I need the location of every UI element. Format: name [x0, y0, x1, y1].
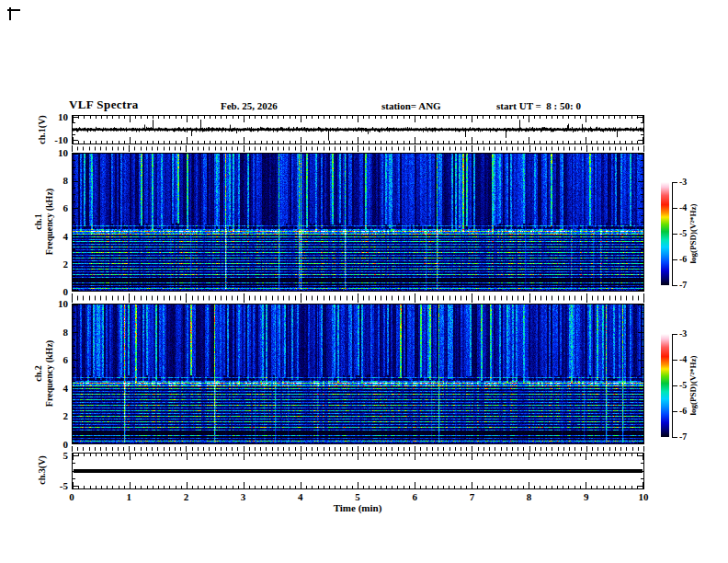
y-tick-label: -5: [37, 480, 68, 491]
ch1-channel-label: ch.1: [33, 189, 44, 255]
x-tick-label: 5: [355, 491, 360, 502]
x-tick-label: 8: [527, 491, 532, 502]
y-tick-label: 6: [37, 202, 68, 213]
colorbar-tick-label: -6: [679, 254, 687, 264]
y-tick-label: 10: [37, 111, 68, 122]
x-tick-label: 4: [298, 491, 303, 502]
ch3-waveform-plot: [73, 454, 643, 488]
colorbar-tick: [672, 259, 677, 260]
y-tick-label: 0: [37, 286, 68, 297]
y-tick-label: 2: [37, 259, 68, 270]
y-tick-label: 4: [37, 231, 68, 242]
page-title: VLF Spectra: [69, 98, 139, 112]
x-axis-label: Time (min): [334, 502, 382, 513]
y-tick-label: 8: [37, 327, 68, 338]
colorbar-tick: [672, 360, 677, 361]
y-tick-label: 10: [37, 147, 68, 158]
time-tick-strip: [72, 446, 644, 452]
colorbar-ch1: [661, 182, 669, 285]
colorbar-tick: [672, 385, 677, 386]
ch1-spectrogram: [73, 154, 643, 291]
colorbar-tick: [672, 437, 677, 438]
colorbar-tick: [672, 208, 677, 209]
x-tick-label: 7: [470, 491, 475, 502]
x-tick-label: 6: [412, 491, 417, 502]
header-date: Feb. 25, 2026: [221, 100, 278, 111]
ch1-frequency-axis-text: Frequency (kHz): [43, 189, 54, 255]
ch1-waveform-plot: [73, 116, 643, 144]
colorbar-tick: [672, 182, 677, 183]
x-tick-label: 2: [184, 491, 189, 502]
colorbar-tick-label: -3: [679, 328, 687, 339]
x-tick-label: 0: [69, 491, 74, 502]
x-tick-label: 9: [584, 491, 589, 502]
colorbar-tick-label: -7: [679, 431, 687, 442]
ch1-frequency-axis-label: ch.1 Frequency (kHz): [33, 189, 54, 255]
time-tick-strip: [72, 293, 644, 303]
frame-corner-mark: [9, 7, 11, 20]
ch1-voltage-panel: [72, 115, 644, 144]
y-tick-label: 6: [37, 354, 68, 365]
header-start-ut: start UT = 8 : 50: 0: [496, 100, 581, 111]
ch2-frequency-axis-text: Frequency (kHz): [43, 340, 54, 407]
header-station: station= ANG: [381, 100, 441, 111]
colorbar-ch2-label: log(PSD)(V²*Hz): [688, 355, 698, 415]
colorbar-ch1-label: log(PSD)(V²*Hz): [688, 203, 698, 263]
time-tick-strip: [72, 145, 644, 152]
colorbar-tick: [672, 285, 677, 286]
colorbar-tick-label: -7: [679, 280, 687, 290]
ch1-spectrogram-panel: [72, 153, 644, 292]
y-tick-label: 0: [37, 439, 68, 450]
colorbar-tick-label: -4: [679, 354, 687, 364]
y-tick-label: 8: [37, 175, 68, 186]
ch3-voltage-panel: [72, 453, 644, 489]
y-tick-label: 10: [37, 298, 68, 309]
y-tick-label: 5: [37, 450, 68, 461]
x-tick-label: 1: [126, 491, 131, 502]
colorbar-tick-label: -6: [679, 406, 687, 416]
x-tick-label: 10: [639, 491, 649, 502]
ch2-spectrogram-panel: [72, 304, 644, 444]
colorbar-tick: [672, 411, 677, 412]
y-tick-label: 2: [37, 410, 68, 421]
colorbar-tick-label: -3: [679, 177, 687, 187]
x-tick-label: 3: [241, 491, 246, 502]
ch2-frequency-axis-label: ch.2 Frequency (kHz): [33, 340, 54, 407]
vlf-spectra-window: VLF Spectra Feb. 25, 2026 station= ANG s…: [0, 0, 728, 563]
colorbar-ch2: [661, 334, 669, 437]
ch2-spectrogram: [73, 304, 643, 443]
y-tick-label: 4: [37, 383, 68, 394]
colorbar-tick-label: -4: [679, 202, 687, 213]
y-tick-label: -10: [37, 134, 68, 145]
colorbar-tick-label: -5: [679, 228, 687, 238]
colorbar-tick: [672, 234, 677, 235]
colorbar-tick-label: -5: [679, 380, 687, 390]
ch2-channel-label: ch.2: [33, 340, 44, 407]
colorbar-tick: [672, 334, 677, 335]
